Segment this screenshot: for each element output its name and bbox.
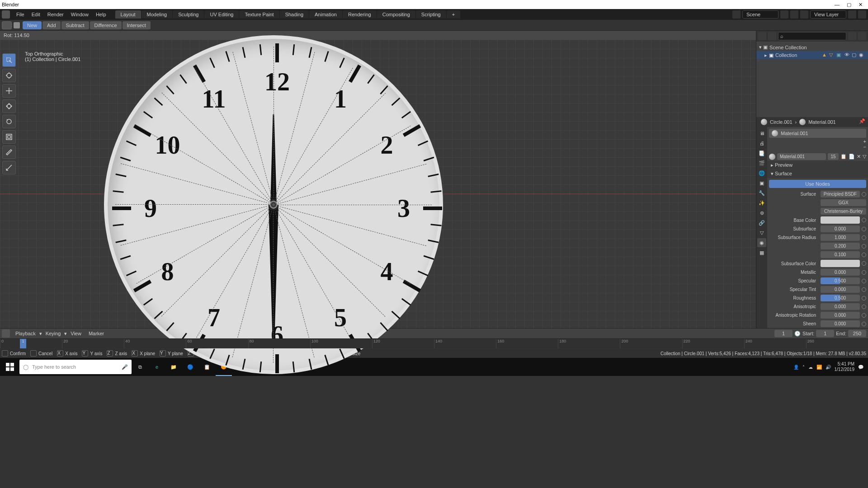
node-socket-icon[interactable] (862, 235, 866, 240)
start-frame-field[interactable]: 1 (816, 330, 834, 337)
blender-logo-icon[interactable] (2, 10, 10, 19)
tab-scripting[interactable]: Scripting (416, 10, 446, 19)
menu-edit[interactable]: Edit (28, 12, 44, 17)
copy-material-icon[interactable]: 📄 (849, 154, 855, 160)
sync-icon[interactable]: 🕒 (794, 331, 801, 337)
timeline-view[interactable]: View (67, 331, 85, 336)
outliner-collection[interactable]: ▸ ▣ Collection ▲ ▽ ▣ 👁 ▢ ◉ (756, 51, 868, 59)
tab-physics[interactable]: ⊚ (757, 208, 766, 217)
tab-output[interactable]: 🖨 (757, 139, 766, 148)
tab-layout[interactable]: Layout (115, 10, 141, 19)
tab-uvediting[interactable]: UV Editing (204, 10, 239, 19)
prop-Subsurface Radius[interactable]: 0.100 (821, 251, 860, 258)
menu-render[interactable]: Render (44, 12, 67, 17)
prop-Specular[interactable]: 0.500 (821, 277, 860, 284)
menu-help[interactable]: Help (92, 12, 110, 17)
tab-texture[interactable]: ▦ (757, 248, 766, 257)
tab-viewlayer[interactable]: 📑 (757, 149, 766, 158)
node-toggle-icon[interactable]: ▽ (863, 154, 866, 160)
node-socket-icon[interactable] (862, 227, 866, 231)
outliner-filter-icon[interactable] (848, 32, 856, 40)
eye-icon[interactable]: 👁 (844, 52, 851, 58)
tab-texturepaint[interactable]: Texture Paint (239, 10, 279, 19)
viewlayer-new-icon[interactable] (848, 10, 856, 19)
tab-compositing[interactable]: Compositing (377, 10, 415, 19)
annotate-tool[interactable] (2, 145, 16, 159)
tab-modeling[interactable]: Modeling (142, 10, 173, 19)
scene-name-field[interactable]: Scene (742, 10, 778, 19)
outliner-display-icon[interactable] (768, 32, 776, 40)
prop-Subsurface Radius[interactable]: 1.000 (821, 234, 860, 241)
subtract-button[interactable]: Subtract (61, 21, 89, 29)
tab-shading[interactable]: Shading (280, 10, 309, 19)
timeline-playhead[interactable]: 1 (20, 339, 26, 348)
node-socket-icon[interactable] (862, 253, 866, 257)
menu-file[interactable]: File (13, 12, 28, 17)
outliner-search[interactable]: ⌕ (778, 32, 846, 40)
surface-section[interactable]: ▾ Surface (767, 169, 868, 178)
tab-world[interactable]: 🌐 (757, 169, 766, 178)
tab-scene[interactable]: 🎬 (757, 159, 766, 168)
prop-Anisotropic Rotation[interactable]: 0.000 (821, 312, 860, 319)
tab-material[interactable]: ◉ (757, 238, 766, 247)
prop-Metallic[interactable]: 0.000 (821, 269, 860, 276)
preview-section[interactable]: ▸ Preview (767, 161, 868, 169)
prop-Subsurface Radius[interactable]: 0.200 (821, 243, 860, 249)
tray-people-icon[interactable]: 👤 (793, 365, 799, 370)
editor-type-icon[interactable] (2, 21, 12, 29)
intersect-button[interactable]: Intersect (123, 21, 151, 29)
outliner-new-collection-icon[interactable] (858, 32, 866, 40)
viewport-canvas[interactable]: Top Orthographic (1) Collection | Circle… (0, 40, 756, 328)
menu-window[interactable]: Window (67, 12, 92, 17)
unlink-material-icon[interactable]: ✕ (857, 154, 861, 160)
node-socket-icon[interactable] (862, 270, 866, 275)
tab-constraints[interactable]: 🔗 (757, 218, 766, 227)
tray-network-icon[interactable]: 📶 (816, 365, 822, 370)
prop-Roughness[interactable]: 0.500 (821, 295, 860, 301)
material-users[interactable]: 15 (828, 153, 839, 160)
tab-rendering[interactable]: Rendering (343, 10, 377, 19)
scene-new-icon[interactable] (780, 10, 788, 19)
node-socket-icon[interactable] (862, 322, 866, 326)
add-button[interactable]: Add (42, 21, 61, 29)
tray-notifications-icon[interactable]: 💬 (858, 365, 863, 370)
surface-shader-dropdown[interactable]: Principled BSDF (821, 191, 860, 197)
timeline-playback[interactable]: Playback (12, 331, 39, 336)
outliner-scene-collection[interactable]: ▾ ▣ Scene Collection (756, 43, 868, 51)
end-frame-field[interactable]: 250 (848, 330, 866, 337)
node-socket-icon[interactable] (862, 305, 866, 309)
tray-up-icon[interactable]: ˄ (802, 365, 805, 370)
start-button[interactable] (1, 358, 19, 376)
tab-data[interactable]: ▽ (757, 228, 766, 237)
timeline-editor-icon[interactable] (2, 329, 10, 338)
current-frame-field[interactable]: 1 (774, 330, 793, 337)
measure-tool[interactable] (2, 161, 16, 174)
node-socket-icon[interactable] (862, 192, 866, 197)
new-button[interactable]: New (23, 21, 42, 29)
select-box-tool[interactable] (2, 53, 16, 67)
tab-add[interactable]: + (447, 10, 460, 19)
node-socket-icon[interactable] (862, 287, 866, 292)
tray-clock[interactable]: 5:41 PM 1/12/2019 (835, 361, 855, 372)
new-material-icon[interactable]: 📋 (840, 154, 847, 160)
move-tool[interactable] (2, 84, 16, 98)
scene-browse-icon[interactable] (732, 10, 741, 19)
node-socket-icon[interactable] (862, 218, 866, 222)
tab-render[interactable]: 🖥 (757, 129, 766, 138)
node-socket-icon[interactable] (862, 313, 866, 318)
material-browse-icon[interactable] (769, 154, 775, 160)
tray-volume-icon[interactable]: 🔊 (826, 365, 831, 370)
close-icon[interactable]: ✕ (859, 2, 863, 8)
distribution-dropdown[interactable]: GGX (821, 199, 866, 206)
timeline-keying[interactable]: Keying (42, 331, 65, 336)
prop-Anisotropic[interactable]: 0.000 (821, 303, 860, 310)
outliner-tree[interactable]: ▾ ▣ Scene Collection ▸ ▣ Collection ▲ ▽ … (756, 42, 868, 117)
material-name-field[interactable]: Material.001 (777, 153, 826, 160)
tray-onedrive-icon[interactable]: ☁ (808, 365, 813, 370)
transform-tool[interactable] (2, 130, 16, 144)
prop-Subsurface[interactable]: 0.000 (821, 225, 860, 232)
viewport-disable-icon[interactable]: ▢ (852, 52, 858, 58)
chevron-right-icon[interactable]: ▸ (764, 52, 767, 58)
material-slot-list[interactable]: Material.001 + − (767, 127, 868, 152)
breadcrumb-material[interactable]: Material.001 (808, 119, 836, 125)
